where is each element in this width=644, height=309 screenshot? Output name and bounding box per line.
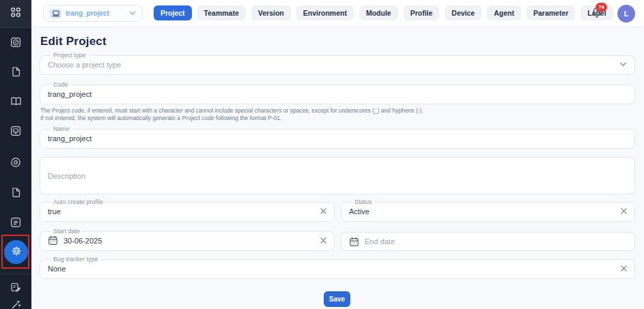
sidebar-item-devices[interactable]	[0, 120, 31, 142]
wand-icon	[11, 299, 21, 309]
page-icon	[11, 187, 21, 198]
code-helper-text: The Project code, if entered, must start…	[40, 107, 423, 121]
sidebar	[0, 0, 31, 309]
topbar: trang_project Project Teammate Version E…	[31, 0, 644, 27]
tab-teammate[interactable]: Teammate	[197, 5, 246, 20]
clear-icon[interactable]	[320, 208, 326, 214]
sidebar-item-library[interactable]	[0, 90, 31, 112]
nav-tabs: Project Teammate Version Environment Mod…	[154, 5, 613, 20]
code-helper-line1: The Project code, if entered, must start…	[40, 107, 423, 115]
monitor-icon	[10, 126, 21, 136]
notification-badge: 74	[596, 3, 607, 12]
tab-device[interactable]: Device	[445, 5, 481, 20]
compass-icon	[10, 37, 21, 48]
bug-tracker-type-label: Bug tracker type	[51, 256, 100, 263]
sidebar-item-logs[interactable]	[0, 211, 31, 233]
code-label: Code	[51, 82, 70, 88]
gear-icon	[11, 246, 22, 259]
terminal-edit-icon	[10, 282, 21, 293]
project-type-field[interactable]: Project type Choose a project type	[40, 53, 635, 75]
code-helper-line2: If not entered, the system will automati…	[40, 115, 423, 122]
apps-grid-icon	[10, 7, 21, 18]
tab-parameter[interactable]: Parameter	[527, 5, 575, 20]
sidebar-item-reports[interactable]	[0, 181, 31, 203]
auto-create-profile-label: Auto create profile	[51, 199, 105, 205]
sidebar-item-automation[interactable]	[0, 293, 31, 309]
clear-icon[interactable]	[621, 208, 627, 214]
tab-profile[interactable]: Profile	[404, 5, 440, 20]
tab-agent[interactable]: Agent	[487, 5, 521, 20]
list-icon	[10, 217, 21, 228]
chevron-down-icon[interactable]	[619, 62, 627, 67]
notifications-button[interactable]: 74	[591, 6, 606, 21]
book-icon	[10, 96, 22, 106]
calendar-icon[interactable]	[48, 235, 58, 246]
sidebar-item-files[interactable]	[0, 61, 31, 83]
tab-project[interactable]: Project	[154, 5, 192, 20]
tab-environment[interactable]: Environment	[296, 5, 354, 20]
sidebar-item-targets[interactable]	[0, 151, 31, 173]
code-value: trang_project	[48, 90, 92, 98]
sidebar-item-settings[interactable]	[4, 240, 28, 264]
end-date-field[interactable]: End date	[341, 232, 635, 251]
start-date-field[interactable]: Start date 30-06-2025	[40, 229, 335, 251]
edit-project-page: Edit Project Project type Choose a proje…	[31, 27, 644, 309]
start-date-label: Start date	[51, 229, 82, 235]
clear-icon[interactable]	[621, 265, 627, 271]
project-selector[interactable]: trang_project	[43, 5, 143, 22]
laptop-icon	[50, 9, 61, 18]
bug-tracker-type-value: None	[48, 265, 66, 273]
save-button[interactable]: Save	[324, 291, 350, 307]
file-icon	[11, 66, 21, 77]
target-icon	[10, 157, 21, 168]
end-date-placeholder: End date	[365, 237, 395, 246]
chevron-down-icon	[129, 11, 136, 16]
bug-tracker-type-field[interactable]: Bug tracker type None	[40, 256, 635, 279]
status-field[interactable]: Status Active	[341, 199, 635, 222]
sidebar-item-overview[interactable]	[0, 31, 31, 53]
name-value: trang_project	[48, 134, 92, 143]
start-date-value: 30-06-2025	[64, 237, 102, 245]
auto-create-profile-value: true	[48, 207, 61, 216]
tab-version[interactable]: Version	[251, 5, 291, 20]
tab-module[interactable]: Module	[359, 5, 398, 20]
clear-icon[interactable]	[320, 237, 326, 244]
name-label: Name	[51, 126, 72, 132]
name-field[interactable]: Name trang_project	[40, 126, 635, 149]
avatar[interactable]: L	[617, 5, 635, 23]
calendar-icon[interactable]	[349, 237, 359, 247]
auto-create-profile-field[interactable]: Auto create profile true	[40, 199, 335, 222]
status-value: Active	[349, 207, 369, 216]
description-placeholder: Description	[48, 172, 85, 180]
status-label: Status	[352, 199, 374, 205]
page-title: Edit Project	[40, 35, 107, 48]
project-selector-value: trang_project	[66, 10, 109, 17]
project-type-placeholder: Choose a project type	[48, 61, 121, 69]
sidebar-item-apps[interactable]	[0, 1, 31, 23]
sidebar-divider	[0, 274, 31, 274]
project-type-label: Project type	[51, 53, 88, 59]
code-field[interactable]: Code trang_project	[40, 82, 635, 104]
description-field[interactable]: Description	[40, 157, 635, 194]
